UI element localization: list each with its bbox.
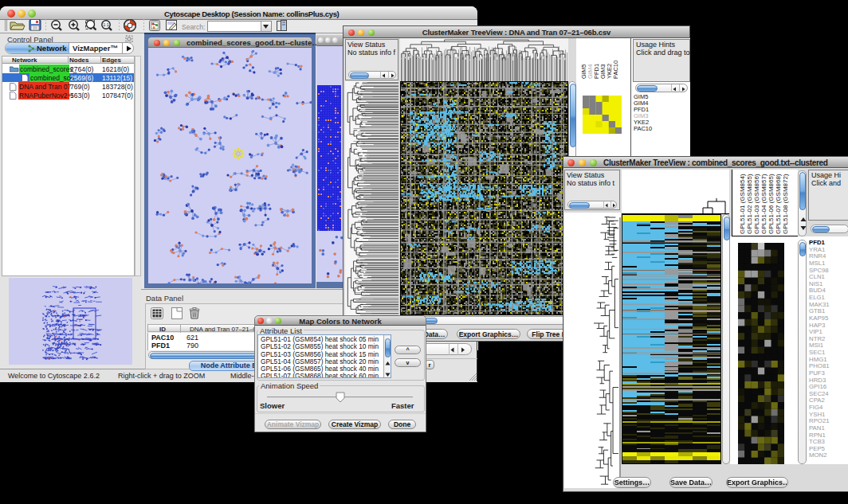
svg-text:1:1: 1:1 xyxy=(103,22,109,27)
